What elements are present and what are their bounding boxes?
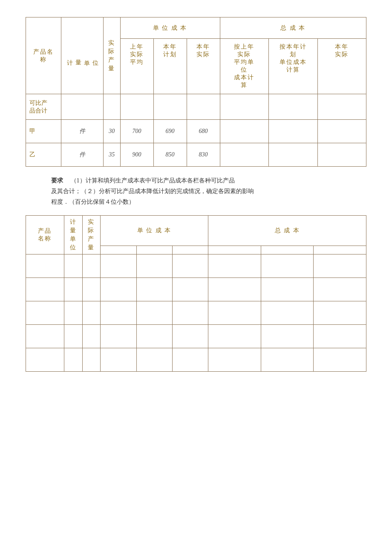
row-jia-tc2 — [269, 120, 317, 143]
second-r1-uc3 — [172, 254, 208, 278]
second-r2-uc3 — [172, 278, 208, 301]
total-cost-sub2-header: 按本年计划单位成本计算 — [269, 39, 317, 94]
requirement-content: （1）计算和填列生产成本表中可比产品成本各栏各种可比产品及其合计；（２）分析可比… — [51, 177, 254, 205]
table-row-yi: 乙 件 35 900 850 830 — [26, 143, 366, 167]
row-yi-tc2 — [269, 143, 317, 167]
row-yi-tc1 — [220, 143, 268, 167]
row-total-tc2 — [269, 94, 317, 120]
second-r1-qty — [82, 254, 101, 278]
second-r5-tc3 — [314, 348, 366, 371]
second-r1-uc1 — [101, 254, 136, 278]
total-cost-sub1-header: 按上年实际平均单位成本计算 — [220, 39, 268, 94]
second-r5-uc2 — [136, 348, 172, 371]
unit-header: 计量单位 — [61, 17, 104, 94]
row-jia-unit: 件 — [61, 120, 104, 143]
second-r4-tc2 — [261, 324, 314, 348]
second-table-container: 产品名称 计量单位 实际产量 单 位 成 本 总 成 本 — [26, 215, 366, 372]
second-row-1 — [26, 254, 366, 278]
unit-cost-sub2-header: 本年计划 — [153, 39, 187, 94]
second-r4-tc1 — [208, 324, 261, 348]
second-uc-sub3 — [172, 246, 208, 254]
row-yi-uc1: 900 — [120, 143, 153, 167]
second-r5-uc1 — [101, 348, 136, 371]
table-row-total: 可比产品合计 — [26, 94, 366, 120]
second-r1-name — [26, 254, 64, 278]
row-yi-uc2: 850 — [153, 143, 187, 167]
second-r5-unit — [64, 348, 82, 371]
second-r3-tc2 — [261, 301, 314, 324]
second-header-row-1: 产品名称 计量单位 实际产量 单 位 成 本 总 成 本 — [26, 215, 366, 246]
second-uc-sub1 — [101, 246, 136, 254]
second-uc-sub2 — [136, 246, 172, 254]
second-r1-tc3 — [314, 254, 366, 278]
second-r4-uc2 — [136, 324, 172, 348]
second-r1-unit — [64, 254, 82, 278]
row-total-uc1 — [120, 94, 153, 120]
second-r1-tc1 — [208, 254, 261, 278]
second-r4-uc3 — [172, 324, 208, 348]
row-total-unit — [61, 94, 104, 120]
second-r4-tc3 — [314, 324, 366, 348]
second-r5-qty — [82, 348, 101, 371]
second-r5-tc1 — [208, 348, 261, 371]
second-r1-tc2 — [261, 254, 314, 278]
requirement-label: 要求 — [51, 177, 63, 184]
second-r3-uc3 — [172, 301, 208, 324]
second-product-name-header: 产品名称 — [26, 215, 64, 254]
second-tc-sub1 — [208, 246, 261, 254]
second-row-4 — [26, 324, 366, 348]
total-cost-header: 总 成 本 — [220, 17, 366, 39]
row-jia-uc2: 690 — [153, 120, 187, 143]
second-row-3 — [26, 301, 366, 324]
second-qty-header: 实际产量 — [82, 215, 101, 254]
table-row-jia: 甲 件 30 700 690 680 — [26, 120, 366, 143]
second-tc-sub3 — [314, 246, 366, 254]
second-r3-tc3 — [314, 301, 366, 324]
first-table-container: 产品名称 计量单位 实际产量 单 位 成 本 总 成 本 上年 — [26, 17, 366, 167]
second-r5-uc3 — [172, 348, 208, 371]
second-r2-name — [26, 278, 64, 301]
second-r3-name — [26, 301, 64, 324]
row-yi-unit: 件 — [61, 143, 104, 167]
product-name-header: 产品名称 — [26, 17, 61, 94]
second-r2-tc2 — [261, 278, 314, 301]
row-jia-name: 甲 — [26, 120, 61, 143]
second-r4-qty — [82, 324, 101, 348]
second-total-cost-header: 总 成 本 — [208, 215, 366, 246]
row-jia-qty: 30 — [104, 120, 121, 143]
second-r4-uc1 — [101, 324, 136, 348]
unit-cost-sub1-header: 上年实际平均 — [120, 39, 153, 94]
row-total-tc1 — [220, 94, 268, 120]
second-r5-name — [26, 348, 64, 371]
second-row-2 — [26, 278, 366, 301]
second-r2-tc1 — [208, 278, 261, 301]
actual-qty-header: 实际产量 — [104, 17, 121, 94]
second-r2-unit — [64, 278, 82, 301]
second-r2-tc3 — [314, 278, 366, 301]
first-table: 产品名称 计量单位 实际产量 单 位 成 本 总 成 本 上年 — [26, 17, 366, 167]
second-row-5 — [26, 348, 366, 371]
second-r2-uc2 — [136, 278, 172, 301]
row-total-uc2 — [153, 94, 187, 120]
second-r3-tc1 — [208, 301, 261, 324]
second-r2-qty — [82, 278, 101, 301]
row-total-name: 可比产品合计 — [26, 94, 61, 120]
second-r3-uc1 — [101, 301, 136, 324]
second-r3-qty — [82, 301, 101, 324]
row-jia-tc1 — [220, 120, 268, 143]
row-jia-uc3: 680 — [187, 120, 220, 143]
row-total-uc3 — [187, 94, 220, 120]
row-jia-tc3 — [317, 120, 366, 143]
second-r2-uc1 — [101, 278, 136, 301]
row-yi-name: 乙 — [26, 143, 61, 167]
second-r5-tc2 — [261, 348, 314, 371]
second-tc-sub2 — [261, 246, 314, 254]
row-total-qty — [104, 94, 121, 120]
header-row-1: 产品名称 计量单位 实际产量 单 位 成 本 总 成 本 — [26, 17, 366, 39]
unit-cost-header: 单 位 成 本 — [120, 17, 220, 39]
row-total-tc3 — [317, 94, 366, 120]
second-unit-cost-header: 单 位 成 本 — [101, 215, 208, 246]
row-yi-tc3 — [317, 143, 366, 167]
row-yi-qty: 35 — [104, 143, 121, 167]
second-r1-uc2 — [136, 254, 172, 278]
